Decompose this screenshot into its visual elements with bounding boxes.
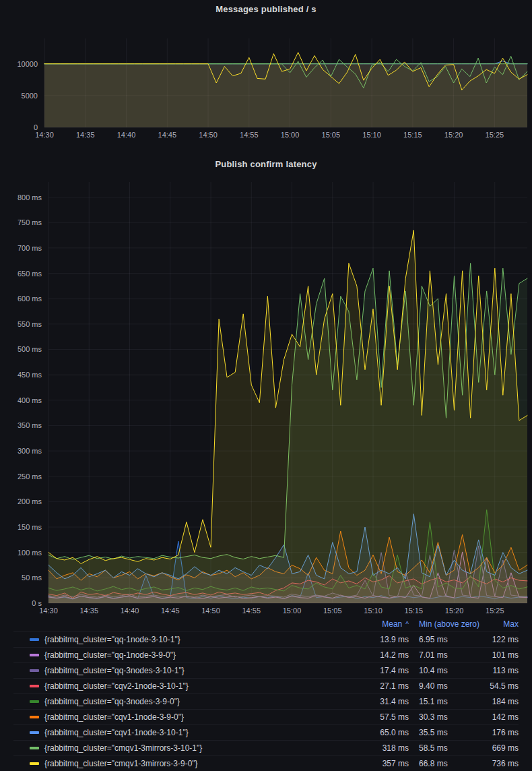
series-color-swatch[interactable] <box>30 731 39 734</box>
legend-max-value: 669 ms <box>486 743 519 753</box>
legend-rows: {rabbitmq_cluster="qq-1node-3-10-1"}13.9… <box>13 631 519 771</box>
y-tick-label: 10000 <box>17 60 38 68</box>
legend-mean-value: 27.1 ms <box>355 681 419 691</box>
legend-series-label[interactable]: {rabbitmq_cluster="cmqv1-3mirrors-3-10-1… <box>44 743 202 753</box>
y-tick-label: 350 ms <box>18 421 42 429</box>
legend-column-min[interactable]: Min (above zero) <box>419 619 486 629</box>
x-tick-label: 14:50 <box>201 607 220 615</box>
y-tick-label: 550 ms <box>18 320 42 328</box>
legend-row: {rabbitmq_cluster="cqv1-1node-3-9-0"}57.… <box>13 709 519 724</box>
legend-max-value: 113 ms <box>486 666 519 675</box>
series-color-swatch[interactable] <box>30 747 39 749</box>
legend-column-mean[interactable]: Mean^ <box>355 619 419 629</box>
sort-ascending-caret-icon: ^ <box>405 621 409 628</box>
messages-published-chart[interactable]: 050001000014:3014:3514:4014:4514:5014:55… <box>0 0 532 155</box>
series-color-swatch[interactable] <box>30 669 39 672</box>
legend-series-label[interactable]: {rabbitmq_cluster="qq-1node-3-10-1"} <box>44 635 180 644</box>
legend-min-value: 35.5 ms <box>419 728 486 737</box>
x-tick-label: 14:30 <box>35 131 54 139</box>
publish-confirm-latency-panel: Publish confirm latency 0 s50 ms100 ms15… <box>0 155 532 617</box>
legend-max-value: 736 ms <box>486 759 519 768</box>
legend-mean-value: 65.0 ms <box>355 728 419 737</box>
legend-mean-value: 13.9 ms <box>355 635 419 644</box>
legend-column-mean-label: Mean <box>382 619 402 629</box>
legend-series-label[interactable]: {rabbitmq_cluster="qq-1node-3-9-0"} <box>44 650 176 660</box>
legend-min-value: 7.01 ms <box>419 650 486 660</box>
legend-series-label[interactable]: {rabbitmq_cluster="qq-3nodes-3-10-1"} <box>44 666 185 675</box>
y-tick-label: 600 ms <box>18 295 42 303</box>
y-tick-label: 650 ms <box>18 270 42 278</box>
legend-row: {rabbitmq_cluster="qq-3nodes-3-10-1"}17.… <box>13 662 519 678</box>
x-tick-label: 15:05 <box>323 607 342 615</box>
x-tick-label: 14:45 <box>161 607 180 615</box>
series-color-swatch[interactable] <box>30 685 39 687</box>
x-tick-label: 14:35 <box>79 607 98 615</box>
y-tick-label: 100 ms <box>18 549 42 557</box>
y-tick-label: 150 ms <box>18 523 42 531</box>
x-tick-label: 15:10 <box>364 607 383 615</box>
legend-mean-value: 31.4 ms <box>355 697 419 706</box>
legend-row: {rabbitmq_cluster="qq-1node-3-9-0"}14.2 … <box>13 647 519 662</box>
grafana-dashboard: { "panels": [ { "title": "Messages publi… <box>0 0 532 771</box>
legend-row: {rabbitmq_cluster="cqv2-1node-3-10-1"}27… <box>13 678 519 693</box>
legend-series-label[interactable]: {rabbitmq_cluster="cqv1-1node-3-9-0"} <box>44 712 184 722</box>
publish-confirm-latency-chart[interactable]: 0 s50 ms100 ms150 ms200 ms250 ms300 ms35… <box>0 155 532 617</box>
legend-max-value: 122 ms <box>486 635 519 644</box>
series-line-blue-blip-10000 <box>44 61 527 64</box>
y-tick-label: 50 ms <box>22 574 42 582</box>
legend-row: {rabbitmq_cluster="qq-3nodes-3-9-0"}31.4… <box>13 693 519 709</box>
legend-mean-value: 318 ms <box>355 743 419 753</box>
y-tick-label: 250 ms <box>18 472 42 481</box>
legend-series-label[interactable]: {rabbitmq_cluster="cmqv1-3mirrors-3-9-0"… <box>44 759 198 768</box>
panel-title-publish-confirm-latency[interactable]: Publish confirm latency <box>0 159 532 169</box>
legend-max-value: 101 ms <box>486 650 519 660</box>
messages-published-panel: Messages published / s 050001000014:3014… <box>0 0 532 155</box>
x-tick-label: 15:20 <box>444 131 463 139</box>
legend-min-value: 15.1 ms <box>419 697 486 706</box>
legend-min-value: 6.95 ms <box>419 635 486 644</box>
legend-series-label[interactable]: {rabbitmq_cluster="cqv2-1node-3-10-1"} <box>44 681 189 691</box>
x-tick-label: 14:40 <box>117 131 136 139</box>
series-color-swatch[interactable] <box>30 654 39 656</box>
legend-row: {rabbitmq_cluster="cmqv1-3mirrors-3-9-0"… <box>13 755 519 771</box>
legend-series-label[interactable]: {rabbitmq_cluster="qq-3nodes-3-9-0"} <box>44 697 180 706</box>
x-tick-label: 14:55 <box>240 131 259 139</box>
y-tick-label: 5000 <box>22 92 38 100</box>
x-tick-label: 14:45 <box>158 131 177 139</box>
y-tick-label: 400 ms <box>18 396 42 404</box>
legend-row: {rabbitmq_cluster="cqv1-1node-3-10-1"}65… <box>13 724 519 740</box>
legend-mean-value: 357 ms <box>355 759 419 768</box>
legend-row: {rabbitmq_cluster="qq-1node-3-10-1"}13.9… <box>13 631 519 647</box>
x-tick-label: 15:25 <box>486 607 504 615</box>
x-tick-label: 15:25 <box>486 131 504 139</box>
legend-header: Mean^ Min (above zero) Max <box>13 617 519 631</box>
x-tick-label: 15:10 <box>362 131 381 139</box>
legend-series-label[interactable]: {rabbitmq_cluster="cqv1-1node-3-10-1"} <box>44 728 189 737</box>
x-tick-label: 14:30 <box>39 607 58 615</box>
series-area-cmqv1-3mirrors-3-9-0 <box>48 230 527 604</box>
legend-max-value: 176 ms <box>486 728 519 737</box>
y-tick-label: 200 ms <box>18 497 42 505</box>
series-color-swatch[interactable] <box>30 762 39 765</box>
x-tick-label: 14:50 <box>199 131 218 139</box>
series-color-swatch[interactable] <box>30 638 39 641</box>
y-tick-label: 300 ms <box>18 447 42 455</box>
legend-row: {rabbitmq_cluster="cmqv1-3mirrors-3-10-1… <box>13 740 519 755</box>
legend-mean-value: 14.2 ms <box>355 650 419 660</box>
x-tick-label: 15:00 <box>281 131 300 139</box>
y-tick-label: 500 ms <box>18 345 42 353</box>
legend-min-value: 9.40 ms <box>419 681 486 691</box>
legend-mean-value: 57.5 ms <box>355 712 419 722</box>
panel-title-messages-published[interactable]: Messages published / s <box>0 4 532 14</box>
series-color-swatch[interactable] <box>30 716 39 718</box>
x-tick-label: 15:20 <box>445 607 464 615</box>
legend-min-value: 10.4 ms <box>419 666 486 675</box>
legend-column-max[interactable]: Max <box>486 619 519 629</box>
legend-min-value: 66.8 ms <box>419 759 486 768</box>
y-tick-label: 450 ms <box>18 371 42 379</box>
legend-max-value: 142 ms <box>486 712 519 722</box>
series-color-swatch[interactable] <box>30 700 39 703</box>
legend: Mean^ Min (above zero) Max {rabbitmq_clu… <box>0 617 532 771</box>
x-tick-label: 15:05 <box>322 131 341 139</box>
legend-min-value: 30.3 ms <box>419 712 486 722</box>
